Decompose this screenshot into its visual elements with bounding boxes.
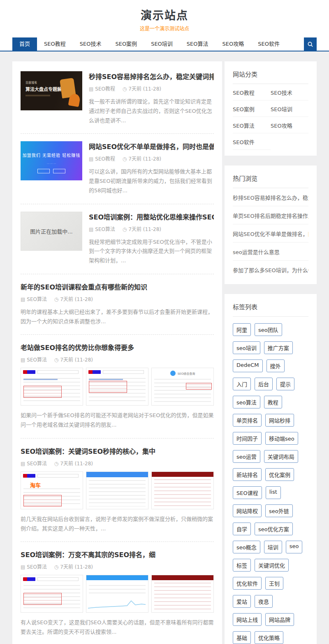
category-link[interactable]: SEO软件 [233, 133, 271, 150]
nav-item-seo-tech[interactable]: SEO技术 [73, 37, 109, 51]
tag-link[interactable]: 提示 [276, 378, 294, 390]
nav-item-seo-software[interactable]: SEO软件 [251, 37, 287, 51]
hot-article-link[interactable]: seo运营是什么意思 [233, 243, 308, 261]
hot-article-link[interactable]: 参加了那么多SEO培训，为什么你还 [233, 261, 308, 278]
tag-link[interactable]: 夜息 [255, 595, 273, 608]
baidu-logo [23, 474, 35, 478]
hot-article-link[interactable]: 网站SEO优化不单单是做排名，同时 [233, 224, 308, 243]
tag-link[interactable]: seo运营 [233, 450, 260, 463]
tag-link[interactable]: list [266, 486, 281, 499]
tag-link[interactable]: seo [286, 541, 303, 553]
tag-link[interactable]: 移动端seo [265, 432, 298, 445]
sidebar-categories: 网站分类 SEO教程SEO技术SEO案例SEO培训SEO算法SEO攻略SEO软件 [225, 61, 317, 156]
tag-link[interactable]: 标签 [233, 559, 251, 572]
article-excerpt: 有人说SEO变天了，这是我们SEO人需要关心的话题，但是不意味着所有同行都需要去… [21, 618, 214, 637]
article-date: 7天前 (11-28) [128, 226, 161, 232]
tool-label: SEO综合查询 [178, 371, 195, 376]
article-category[interactable]: SEO算法 [27, 564, 47, 570]
clock-icon: ◷ [54, 461, 58, 467]
search-button[interactable] [304, 37, 317, 51]
nav-item-home[interactable]: 首页 [12, 37, 37, 51]
tag-link[interactable]: seo外链 [265, 504, 293, 517]
tag-link[interactable]: 网站上线 [233, 613, 262, 626]
nav-item-seo-tutorial[interactable]: SEO教程 [37, 37, 73, 51]
tag-link[interactable]: 时间因子 [233, 432, 262, 445]
nav-item-seo-algorithm[interactable]: SEO算法 [180, 37, 215, 51]
tag-link[interactable]: 网站品牌 [265, 613, 294, 626]
article-screenshot-baidu-serp: 淘车 [21, 471, 83, 509]
nav-item-seo-strategy[interactable]: SEO攻略 [215, 37, 251, 51]
article-screenshot-chat-window [151, 471, 214, 509]
article-category[interactable]: SEO算法 [95, 226, 115, 232]
article-category[interactable]: SEO教程 [95, 86, 115, 92]
tag-link[interactable]: seo培训 [233, 341, 260, 354]
article-meta: ▤SEO算法 ◷7天前 (11-28) [21, 563, 214, 570]
article-title[interactable]: 新年的SEO培训课程会重点有哪些新的知识 [21, 282, 214, 292]
hot-article-link[interactable]: 秒排SEO容易掉排名怎么办，稳定关 [233, 188, 308, 206]
tag-link[interactable]: 后台 [255, 378, 273, 390]
article-category[interactable]: SEO算法 [27, 296, 47, 302]
article-date: 7天前 (11-28) [128, 86, 161, 92]
tag-link[interactable]: 培训 [264, 541, 282, 553]
article-category[interactable]: SEO算法 [27, 461, 47, 467]
taoche-logo: 淘车 [30, 481, 41, 489]
tag-link[interactable]: 优化软件 [233, 577, 262, 590]
baidu-logo [23, 370, 35, 374]
tag-link[interactable]: 网站降权 [233, 504, 262, 517]
tag-link[interactable]: seo算法 [233, 396, 260, 408]
tag-link[interactable]: 基础 [233, 631, 251, 644]
article-meta: ▤SEO算法 ◷7天前 (11-28) [21, 356, 214, 363]
tag-link[interactable]: 关键词布局 [264, 450, 298, 463]
article-category[interactable]: SEO算法 [27, 357, 47, 363]
tag-link[interactable]: 爱站 [233, 595, 251, 608]
article-thumbnail-loading[interactable]: 图片正在加载中... [21, 212, 82, 251]
article-category[interactable]: SEO教程 [95, 156, 115, 162]
category-link[interactable]: SEO培训 [271, 100, 308, 117]
article-title[interactable]: 网站SEO优化不单单是做排名，同时也是做 [89, 141, 214, 151]
nav-item-seo-training[interactable]: SEO培训 [144, 37, 180, 51]
article-card: SEO培训案例：关键词SEO秒排的核心，集中 ▤SEO算法 ◷7天前 (11-2… [21, 439, 214, 542]
category-link[interactable]: SEO技术 [271, 84, 308, 100]
tag-link[interactable]: 搜外 [266, 359, 285, 372]
tag-link[interactable]: DedeCM [233, 359, 263, 372]
tag-link[interactable]: seo团队 [255, 323, 282, 336]
clock-icon: ◷ [123, 226, 127, 232]
tag-link[interactable]: 王钊 [265, 577, 283, 590]
tag-link[interactable]: 新站排名 [233, 468, 262, 481]
article-title[interactable]: 秒排SEO容易掉排名怎么办，稳定关键词排 [89, 71, 214, 81]
tag-link[interactable]: 自学 [233, 523, 251, 535]
baidu-logo [23, 577, 35, 581]
category-link[interactable]: SEO攻略 [271, 117, 308, 133]
tag-link[interactable]: 网站秒排 [265, 414, 294, 427]
tag-link[interactable]: 优化案例 [265, 468, 294, 481]
tag-link[interactable]: 推广方案 [264, 341, 293, 354]
tag-link[interactable]: 优化策略 [255, 631, 283, 644]
tag-link[interactable]: 教程 [264, 396, 282, 408]
tag-link[interactable]: seo优化方案 [255, 523, 293, 535]
category-icon: ▤ [21, 461, 25, 467]
tag-link[interactable]: 单页排名 [233, 414, 262, 427]
category-icon: ▤ [21, 357, 25, 363]
article-thumbnail[interactable]: 百度搜索 算法大盘点专题解读 [21, 71, 82, 110]
hot-article-link[interactable]: 单页SEO排名后期稳定排名操作之长 [233, 206, 308, 224]
traffic-line-chart [88, 597, 146, 611]
article-card: 图片正在加载中... SEO培训案例：用整站优化思维来操作SEO首 ▤SEO算法… [21, 204, 214, 274]
article-date: 7天前 (11-28) [128, 156, 161, 162]
category-link[interactable]: SEO案例 [233, 100, 271, 117]
article-title[interactable]: SEO培训案例：万变不离其宗的SEO排名，细 [21, 549, 214, 559]
article-title[interactable]: SEO培训案例：关键词SEO秒排的核心，集中 [21, 446, 214, 456]
category-link[interactable]: SEO教程 [233, 84, 271, 100]
nav-item-seo-case[interactable]: SEO案例 [108, 37, 144, 51]
clock-icon: ◷ [123, 156, 127, 162]
article-title[interactable]: SEO培训案例：用整站优化思维来操作SEO首 [89, 212, 214, 222]
tag-link[interactable]: 入门 [233, 378, 251, 390]
tag-link[interactable]: SEO课程 [233, 486, 262, 499]
article-card: 老站做SEO排名的优势比你想象得要多 ▤SEO算法 ◷7天前 (11-28) S… [21, 335, 214, 439]
category-link[interactable]: SEO算法 [233, 117, 271, 133]
article-title[interactable]: 老站做SEO排名的优势比你想象得要多 [21, 342, 214, 352]
article-thumbnail[interactable]: 加盟我们 无需经验 轻松赚钱 ···· ···· ···· [21, 141, 82, 180]
tag-link[interactable]: seo概念 [233, 541, 260, 553]
tag-link[interactable]: 关键词优化 [255, 559, 289, 572]
tag-link[interactable]: 阿里 [233, 323, 251, 336]
article-excerpt: 我经常把细节决定成败用于SEO优化当中，不管是小到一个文字的字体大小揣摩还是大到… [89, 238, 214, 266]
